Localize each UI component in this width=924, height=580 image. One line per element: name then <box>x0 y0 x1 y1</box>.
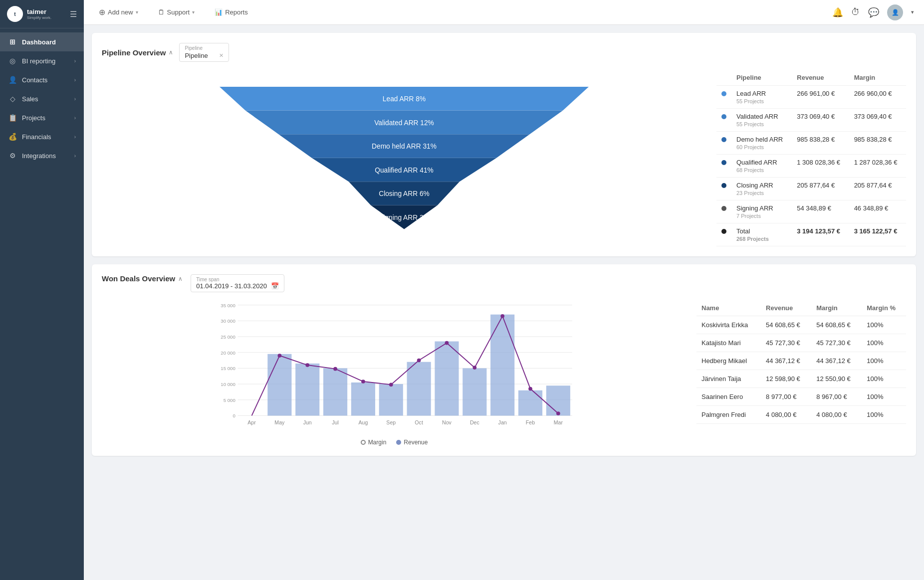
won-title: Won Deals Overview <box>102 274 175 283</box>
sidebar-item-integrations[interactable]: ⚙ Integrations › <box>0 146 84 165</box>
sidebar-item-financials[interactable]: 💰 Financials › <box>0 127 84 146</box>
add-new-chevron: ▾ <box>136 9 138 15</box>
svg-rect-30 <box>323 368 347 415</box>
add-new-button[interactable]: ⊕ Add new ▾ <box>94 4 143 20</box>
row-margin: 985 838,28 € <box>849 132 906 155</box>
won-header: Won Deals Overview ∧ Time span 01.04.201… <box>102 274 906 292</box>
logo-circle: t <box>7 6 23 22</box>
won-row-name: Järvinen Taija <box>696 370 761 388</box>
user-avatar[interactable]: 👤 <box>887 4 903 20</box>
svg-text:15 000: 15 000 <box>221 366 235 371</box>
row-margin: 373 069,40 € <box>849 109 906 132</box>
row-pipeline-name: Validated ARR 55 Projects <box>731 109 792 132</box>
add-new-label: Add new <box>108 8 133 16</box>
svg-text:20 000: 20 000 <box>221 350 235 356</box>
dropdown-chevron: ✕ <box>219 52 224 59</box>
svg-text:Aug: Aug <box>358 419 368 425</box>
row-revenue: 3 194 123,57 € <box>792 223 849 246</box>
row-dot <box>721 183 726 188</box>
svg-text:Jan: Jan <box>498 419 507 425</box>
svg-text:10 000: 10 000 <box>221 382 235 387</box>
sidebar-icon-contacts: 👤 <box>8 75 17 84</box>
svg-text:Dec: Dec <box>470 419 480 425</box>
clock-icon[interactable]: ⏱ <box>851 7 860 17</box>
won-th-margin-pct: Margin % <box>862 300 906 316</box>
won-collapse-icon[interactable]: ∧ <box>178 275 183 282</box>
th-revenue: Revenue <box>792 70 849 86</box>
row-pipeline-name: Signing ARR 7 Projects <box>731 200 792 223</box>
pipeline-title-row: Pipeline Overview ∧ <box>102 48 173 57</box>
sidebar-item-sales[interactable]: ◇ Sales › <box>0 89 84 108</box>
sidebar-item-dashboard[interactable]: ⊞ Dashboard <box>0 32 84 51</box>
won-row-name: Koskivirta Erkka <box>696 316 761 334</box>
won-deals-table: Name Revenue Margin Margin % Koskivirta … <box>696 300 906 446</box>
svg-text:Apr: Apr <box>247 419 256 425</box>
won-row-revenue: 54 608,65 € <box>761 316 811 334</box>
won-row-name: Katajisto Mari <box>696 334 761 352</box>
sidebar-icon-bi-reporting: ◎ <box>8 56 17 65</box>
won-th-revenue: Revenue <box>761 300 811 316</box>
sidebar-chevron-financials: › <box>74 134 76 140</box>
table-row: Total 268 Projects 3 194 123,57 € 3 165 … <box>716 223 906 246</box>
support-button[interactable]: 🗒 Support ▾ <box>153 5 200 19</box>
won-th-margin: Margin <box>811 300 862 316</box>
sidebar-nav: ⊞ Dashboard ◎ BI reporting › 👤 Contacts … <box>0 28 84 169</box>
notification-icon[interactable]: 🔔 <box>832 7 843 18</box>
won-row-margin: 12 550,90 € <box>811 370 862 388</box>
pipeline-collapse-icon[interactable]: ∧ <box>169 49 173 56</box>
row-pipeline-name: Demo held ARR 60 Projects <box>731 132 792 155</box>
timespan-picker[interactable]: Time span 01.04.2019 - 31.03.2020 📅 <box>191 274 284 292</box>
th-pipeline: Pipeline <box>731 70 792 86</box>
pipeline-table: Pipeline Revenue Margin Lead ARR 55 Proj… <box>716 70 906 246</box>
sidebar-chevron-contacts: › <box>74 77 76 83</box>
svg-rect-32 <box>379 384 403 415</box>
pipeline-dropdown[interactable]: Pipeline Pipeline ✕ <box>179 43 229 62</box>
funnel-area: Lead ARR 8%Validated ARR 12%Demo held AR… <box>102 70 706 246</box>
svg-text:25 000: 25 000 <box>221 334 235 340</box>
svg-rect-38 <box>546 386 570 415</box>
reports-button[interactable]: 📊 Reports <box>210 5 253 19</box>
sidebar-item-bi-reporting[interactable]: ◎ BI reporting › <box>0 51 84 70</box>
svg-point-43 <box>389 383 393 387</box>
won-row-margin-pct: 100% <box>862 316 906 334</box>
pipeline-dropdown-value: Pipeline ✕ <box>185 52 224 59</box>
won-row-margin: 54 608,65 € <box>811 316 862 334</box>
row-dot-cell <box>716 109 731 132</box>
margin-legend-label: Margin <box>368 439 387 446</box>
row-margin: 266 960,00 € <box>849 86 906 109</box>
won-row-name: Hedberg Mikael <box>696 352 761 370</box>
logo: t taimer Simplify work. <box>7 6 51 22</box>
logo-sub: Simplify work. <box>27 15 51 20</box>
sidebar-chevron-bi-reporting: › <box>74 58 76 64</box>
avatar-chevron[interactable]: ▾ <box>911 9 914 15</box>
won-row-name: Palmgren Fredi <box>696 406 761 424</box>
svg-text:Jun: Jun <box>303 419 312 425</box>
bar-line-chart: 05 00010 00015 00020 00025 00030 00035 0… <box>102 300 687 435</box>
revenue-legend-label: Revenue <box>404 439 428 446</box>
th-margin: Margin <box>849 70 906 86</box>
chart-legend: Margin Revenue <box>102 439 687 446</box>
sidebar-icon-financials: 💰 <box>8 132 17 141</box>
row-revenue: 205 877,64 € <box>792 178 849 200</box>
chat-icon[interactable]: 💬 <box>868 7 879 18</box>
timespan-label: Time span <box>196 277 279 282</box>
svg-text:30 000: 30 000 <box>221 318 235 324</box>
chart-area: 05 00010 00015 00020 00025 00030 00035 0… <box>102 300 687 446</box>
logo-initials: t <box>14 11 15 17</box>
sidebar-header: t taimer Simplify work. ☰ <box>0 0 84 28</box>
support-label: Support <box>167 8 190 16</box>
row-margin: 3 165 122,57 € <box>849 223 906 246</box>
support-icon: 🗒 <box>158 8 165 16</box>
svg-rect-37 <box>518 390 542 416</box>
row-revenue: 1 308 028,36 € <box>792 155 849 178</box>
content-area: Pipeline Overview ∧ Pipeline Pipeline ✕ … <box>84 25 924 580</box>
sidebar-chevron-projects: › <box>74 115 76 121</box>
sidebar-item-contacts[interactable]: 👤 Contacts › <box>0 70 84 89</box>
svg-point-42 <box>361 380 365 384</box>
hamburger-icon[interactable]: ☰ <box>70 9 77 19</box>
sidebar-item-projects[interactable]: 📋 Projects › <box>0 108 84 127</box>
row-dot-cell <box>716 155 731 178</box>
svg-rect-29 <box>295 364 319 416</box>
pipeline-title: Pipeline Overview <box>102 48 166 57</box>
margin-legend-icon <box>361 440 366 445</box>
